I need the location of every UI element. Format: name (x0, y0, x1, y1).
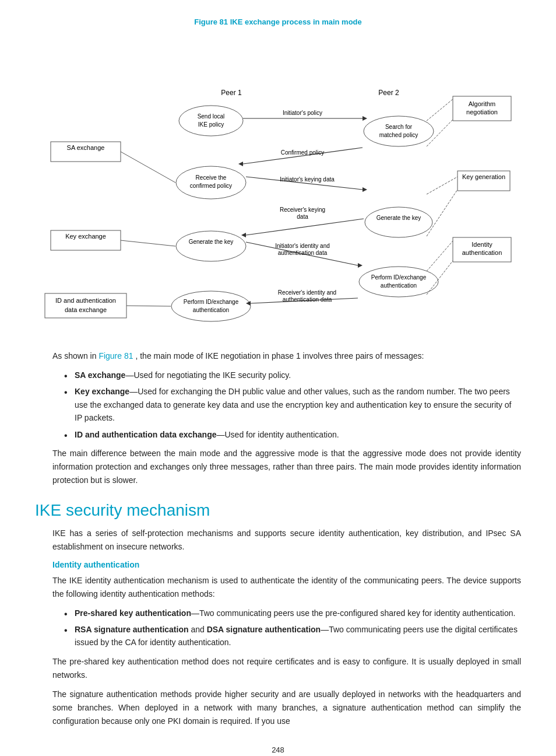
dsa-bold: DSA signature authentication (207, 625, 321, 634)
svg-line-57 (427, 99, 453, 121)
svg-text:ID and authentication: ID and authentication (55, 297, 116, 304)
auth-methods-list: Pre-shared key authentication—Two commun… (52, 607, 521, 649)
ike-section-intro: IKE has a series of self-protection mech… (52, 527, 521, 554)
svg-text:Send local: Send local (198, 113, 225, 120)
svg-text:Confirmed policy: Confirmed policy (281, 149, 324, 156)
svg-text:negotiation: negotiation (466, 108, 498, 116)
identity-auth-subheading: Identity authentication (52, 560, 521, 569)
identity-auth-intro: The IKE identity authentication mechanis… (52, 574, 521, 601)
id-auth-bold: ID and authentication data exchange (75, 430, 217, 439)
svg-point-28 (176, 231, 246, 261)
svg-text:Generate the key: Generate the key (376, 215, 421, 221)
svg-point-26 (365, 207, 432, 237)
svg-text:matched policy: matched policy (379, 132, 418, 138)
list-item-sa-exchange: SA exchange—Used for negotiating the IKE… (64, 369, 521, 382)
svg-marker-46 (241, 233, 246, 237)
intro-paragraph: As shown in Figure 81 , the main mode of… (35, 349, 521, 487)
preshared-para: The pre-shared key authentication method… (52, 655, 521, 682)
svg-text:IKE policy: IKE policy (198, 121, 224, 128)
svg-text:Generate the key: Generate the key (189, 239, 234, 245)
svg-text:SA exchange: SA exchange (67, 144, 105, 151)
svg-text:Perform ID/exchange: Perform ID/exchange (371, 274, 427, 281)
svg-text:data: data (297, 214, 308, 220)
svg-text:Key generation: Key generation (462, 173, 505, 180)
svg-text:Key exchange: Key exchange (65, 233, 106, 240)
intro-text: As shown in (52, 351, 96, 360)
figure-title: Figure 81 IKE exchange process in main m… (35, 18, 521, 26)
svg-marker-37 (363, 116, 367, 121)
rsa-bold: RSA signature authentication (75, 625, 189, 634)
page-number: 248 (35, 746, 521, 754)
main-diff-para: The main difference between the main mod… (52, 447, 521, 487)
svg-point-33 (171, 291, 251, 321)
svg-text:Receive the: Receive the (196, 174, 227, 181)
svg-text:Initiator's keying data: Initiator's keying data (280, 176, 335, 183)
list-item-rsa-dsa: RSA signature authentication and DSA sig… (64, 623, 521, 649)
message-pairs-list: SA exchange—Used for negotiating the IKE… (52, 369, 521, 441)
svg-point-30 (359, 267, 438, 297)
svg-text:Initiator's identity and: Initiator's identity and (275, 243, 330, 249)
ike-security-heading: IKE security mechanism (35, 501, 521, 520)
svg-text:Receiver's identity and: Receiver's identity and (278, 289, 336, 296)
svg-text:Perform ID/exchange: Perform ID/exchange (184, 299, 239, 305)
svg-line-60 (427, 190, 458, 236)
svg-line-59 (427, 177, 458, 194)
svg-line-45 (246, 219, 364, 235)
intro-text2: , the main mode of IKE negotiation in ph… (135, 351, 424, 360)
ike-diagram: SA exchange Key exchange ID and authenti… (39, 32, 517, 335)
svg-line-61 (427, 241, 453, 271)
svg-text:Search for: Search for (385, 124, 413, 130)
svg-text:authentication: authentication (381, 282, 417, 289)
svg-text:authentication: authentication (462, 249, 502, 256)
preshared-bold: Pre-shared key authentication (75, 608, 191, 618)
svg-text:authentication data: authentication data (278, 250, 328, 256)
svg-text:Receiver's keying: Receiver's keying (280, 206, 325, 213)
svg-text:Initiator's policy: Initiator's policy (283, 110, 322, 116)
figure-ref-link[interactable]: Figure 81 (98, 351, 133, 360)
svg-point-20 (364, 116, 434, 146)
svg-text:authentication: authentication (193, 307, 229, 313)
svg-text:confirmed policy: confirmed policy (190, 183, 232, 189)
ike-section-content: IKE has a series of self-protection mech… (35, 527, 521, 728)
svg-text:data exchange: data exchange (65, 306, 107, 313)
list-item-preshared: Pre-shared key authentication—Two commun… (64, 607, 521, 620)
svg-line-65 (126, 306, 171, 306)
svg-point-17 (179, 106, 243, 136)
list-item-key-exchange: Key exchange—Used for exchanging the DH … (64, 385, 521, 424)
svg-text:authentication data: authentication data (283, 296, 332, 303)
key-exchange-bold: Key exchange (75, 387, 129, 396)
svg-text:Peer 2: Peer 2 (378, 89, 399, 97)
list-item-id-auth: ID and authentication data exchange—Used… (64, 428, 521, 441)
svg-text:Peer 1: Peer 1 (221, 89, 242, 97)
sa-exchange-bold: SA exchange (75, 370, 125, 380)
signature-para: The signature authentication methods pro… (52, 688, 521, 728)
svg-text:Identity: Identity (471, 241, 492, 248)
svg-marker-50 (358, 263, 363, 268)
svg-marker-40 (238, 162, 243, 166)
svg-line-63 (121, 152, 175, 183)
svg-text:Algorithm: Algorithm (469, 100, 495, 107)
svg-marker-43 (363, 187, 367, 192)
svg-line-64 (121, 240, 175, 246)
